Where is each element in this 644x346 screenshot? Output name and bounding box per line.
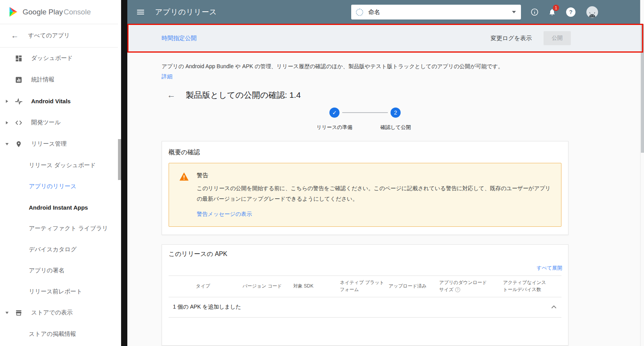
- app-selector[interactable]: 命名: [351, 5, 521, 19]
- expand-down-icon: [5, 143, 9, 145]
- top-bar: アプリのリリース 命名 1 ?: [127, 0, 640, 24]
- stepper-connector: [342, 112, 388, 113]
- column-header-version-code: バージョン コード: [243, 283, 293, 290]
- sidebar-item-statistics[interactable]: 統計情報: [0, 69, 118, 90]
- column-header-type: タイプ: [196, 283, 243, 290]
- page-scrollbar[interactable]: [640, 0, 644, 346]
- stepper: ✓ リリースの準備 2 確認して公開: [162, 108, 568, 131]
- sidebar-item-label: すべてのアプリ: [28, 32, 70, 39]
- section-heading: 製品版としての公開の確認: 1.4: [186, 90, 301, 101]
- column-header-label: アプリのダウンロード サイズ: [439, 280, 487, 292]
- back-arrow-icon[interactable]: ←: [167, 90, 176, 100]
- sidebar-item-dashboard[interactable]: ダッシュボード: [0, 48, 118, 69]
- sidebar-item-store-presence[interactable]: ストアでの表示: [0, 302, 118, 323]
- brand-name: Google Play: [23, 8, 63, 16]
- sidebar-item-label: リリース管理: [31, 140, 67, 148]
- sidebar-item-release-management[interactable]: リリース管理: [0, 133, 118, 155]
- sidebar-item-app-releases[interactable]: アプリのリリース: [0, 176, 118, 197]
- warning-icon: [179, 172, 189, 181]
- sidebar-item-device-catalog[interactable]: デバイスカタログ: [0, 239, 118, 260]
- sidebar-item-label: ストアでの表示: [31, 309, 73, 316]
- store-icon: [14, 308, 23, 318]
- sidebar-item-label: ダッシュボード: [31, 55, 73, 62]
- statistics-icon: [14, 75, 23, 85]
- back-arrow-icon: ←: [11, 31, 19, 40]
- column-header-native-platforms: ネイティブ プラットフォーム: [340, 279, 389, 293]
- help-icon[interactable]: ?: [455, 287, 460, 292]
- panel-divider: [121, 0, 127, 346]
- brand-text: Google PlayConsole: [23, 8, 91, 16]
- sidebar-item-label: 開発ツール: [31, 119, 61, 126]
- help-button[interactable]: ?: [566, 7, 575, 17]
- sidebar-item-release-dashboard[interactable]: リリース ダッシュボード: [0, 155, 118, 176]
- info-icon[interactable]: [530, 8, 539, 16]
- google-play-logo-icon: [9, 7, 18, 17]
- sidebar-item-all-apps[interactable]: ← すべてのアプリ: [0, 24, 118, 48]
- release-toolbar: 時間指定公開 変更ログを表示 公開: [127, 24, 640, 52]
- notification-badge: 1: [553, 5, 559, 11]
- section-heading-row: ← 製品版としての公開の確認: 1.4: [167, 90, 640, 101]
- step-label: リリースの準備: [317, 124, 352, 131]
- sidebar-item-label: アーティファクト ライブラリ: [29, 225, 108, 232]
- apk-group-row[interactable]: 1 個の APK を追加しました: [169, 297, 561, 318]
- step-prepare-release[interactable]: ✓ リリースの準備: [327, 108, 342, 131]
- play-console-app: Google PlayConsole ← すべてのアプリ ダッシュボード 統計情…: [0, 0, 644, 346]
- apk-table-header: タイプ バージョン コード 対象 SDK ネイティブ プラットフォーム アップロ…: [169, 275, 561, 297]
- column-header-active-devices: アクティブなインストールデバイス数: [488, 279, 561, 293]
- sidebar-item-label: アプリのリリース: [29, 183, 76, 190]
- sidebar-item-dev-tools[interactable]: 開発ツール: [0, 112, 118, 133]
- app-selector-value: 命名: [368, 9, 512, 16]
- sidebar-item-store-listing[interactable]: ストアの掲載情報: [0, 323, 118, 344]
- sidebar-item-app-signing[interactable]: アプリの署名: [0, 260, 118, 281]
- sidebar-item-prelaunch-report[interactable]: リリース前レポート: [0, 281, 118, 302]
- dashboard-icon: [14, 54, 23, 63]
- apk-row-clipped: [162, 318, 568, 345]
- vitals-icon: [14, 97, 23, 106]
- column-header-label: アクティブなインストールデバイス数: [503, 279, 547, 293]
- step-number: 2: [391, 108, 401, 118]
- warning-panel: 警告 このリリースの公開を開始する前に、こちらの警告をご確認ください。このページ…: [169, 163, 561, 227]
- sidebar-item-label: デバイスカタログ: [29, 246, 77, 253]
- publish-button[interactable]: 公開: [544, 31, 571, 45]
- apk-group-label: 1 個の APK を追加しました: [173, 304, 241, 311]
- step-done-icon: ✓: [329, 108, 340, 118]
- sidebar-item-label: Android Vitals: [31, 98, 70, 104]
- sidebar-item-label: ストアの掲載情報: [29, 330, 76, 338]
- timed-publish-link[interactable]: 時間指定公開: [162, 35, 197, 42]
- dropdown-caret-icon[interactable]: [512, 11, 516, 14]
- card-title: このリリースの APK: [162, 250, 568, 258]
- expand-all-link[interactable]: すべて展開: [537, 265, 562, 271]
- menu-icon[interactable]: [137, 9, 145, 16]
- details-link[interactable]: 詳細: [162, 73, 172, 80]
- show-warnings-link[interactable]: 警告メッセージの表示: [197, 211, 252, 218]
- notifications-button[interactable]: 1: [548, 8, 556, 16]
- expand-right-icon: [6, 100, 8, 103]
- step-review-and-publish[interactable]: 2 確認して公開: [388, 108, 403, 131]
- app-icon: [356, 9, 363, 16]
- brand[interactable]: Google PlayConsole: [0, 0, 118, 24]
- sidebar-item-instant-apps[interactable]: Android Instant Apps: [0, 197, 118, 218]
- step-label: 確認して公開: [380, 124, 411, 131]
- sidebar-item-label: 統計情報: [31, 76, 55, 83]
- sidebar-item-android-vitals[interactable]: Android Vitals: [0, 90, 118, 112]
- expand-down-icon: [5, 312, 9, 314]
- warning-body: このリリースの公開を開始する前に、こちらの警告をご確認ください。このページに記載…: [197, 183, 551, 205]
- warning-content: 警告 このリリースの公開を開始する前に、こちらの警告をご確認ください。このページ…: [197, 172, 551, 218]
- android-avatar-icon: [588, 12, 596, 18]
- avatar[interactable]: [586, 6, 598, 18]
- content-area: アプリの Android App Bundle や APK の管理、リリース履歴…: [127, 52, 640, 346]
- apk-card: このリリースの APK すべて展開 タイプ バージョン コード 対象 SDK ネ…: [162, 244, 568, 346]
- sidebar-scrollbar-thumb[interactable]: [118, 139, 121, 180]
- sidebar-item-artifact-library[interactable]: アーティファクト ライブラリ: [0, 218, 118, 239]
- changelog-link[interactable]: 変更ログを表示: [491, 35, 532, 42]
- sidebar-scrollbar[interactable]: [118, 0, 121, 346]
- page-scrollbar-thumb[interactable]: [641, 24, 644, 153]
- sidebar-item-label: リリース ダッシュボード: [29, 162, 96, 169]
- collapse-chevron-icon[interactable]: [551, 305, 557, 309]
- card-title: 概要の確認: [169, 148, 561, 157]
- main-panel: アプリのリリース 命名 1 ? 時間指定公開: [127, 0, 640, 346]
- sidebar-item-label: リリース前レポート: [29, 288, 82, 295]
- column-header-download-size: アプリのダウンロード サイズ?: [439, 279, 488, 293]
- sidebar-item-label: Android Instant Apps: [29, 204, 88, 211]
- help-glyph: ?: [457, 287, 459, 292]
